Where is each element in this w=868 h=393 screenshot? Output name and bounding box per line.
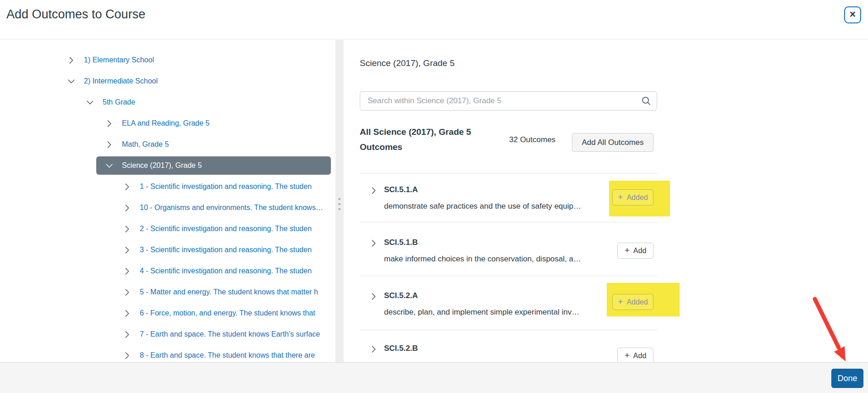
tree-item-label[interactable]: 2) Intermediate School [84, 77, 158, 85]
added-button-label: Added [626, 298, 648, 306]
chevron-right-icon[interactable] [104, 118, 115, 129]
row-separator [360, 222, 658, 222]
tree-item-standard-10[interactable]: 10 - Organisms and environments. The stu… [0, 197, 335, 218]
tree-item-label[interactable]: Math, Grade 5 [122, 140, 169, 149]
outcome-count: 32 Outcomes [509, 135, 555, 144]
plus-icon: + [625, 351, 630, 360]
tree-item-label[interactable]: 5 - Matter and energy. The student knows… [140, 288, 318, 296]
added-button[interactable]: + Added [612, 189, 654, 205]
add-button[interactable]: + Add [617, 243, 654, 259]
tree-item-ela-reading[interactable]: ELA and Reading, Grade 5 [0, 113, 335, 134]
chevron-down-icon[interactable] [84, 97, 95, 108]
tree-item-label[interactable]: 1 - Scientific investigation and reasoni… [140, 183, 312, 191]
chevron-right-icon[interactable] [121, 244, 132, 255]
chevron-right-icon[interactable] [368, 185, 379, 196]
tree-item-elementary-school[interactable]: 1) Elementary School [0, 50, 335, 71]
tree-item-label[interactable]: 3 - Scientific investigation and reasoni… [140, 246, 312, 254]
plus-icon: + [625, 246, 630, 255]
chevron-right-icon[interactable] [104, 139, 115, 150]
outcome-description: describe, plan, and implement simple exp… [384, 308, 579, 317]
chevron-right-icon[interactable] [121, 181, 132, 192]
tree-item-standard-3[interactable]: 3 - Scientific investigation and reasoni… [0, 239, 335, 260]
add-outcomes-modal: Add Outcomes to Course × 1) Elementary S… [0, 0, 868, 393]
search-input[interactable] [360, 91, 657, 111]
chevron-right-icon[interactable] [121, 202, 132, 213]
add-button-label: Add [633, 247, 646, 255]
row-separator [360, 173, 658, 173]
tree-item-standard-7[interactable]: 7 - Earth and space. The student knows E… [0, 324, 335, 345]
outcome-code: SCI.5.2.A [384, 291, 418, 300]
outcome-code: SCI.5.1.A [384, 185, 418, 194]
group-title: Science (2017), Grade 5 [360, 58, 455, 68]
tree-item-standard-6[interactable]: 6 - Force, motion, and energy. The stude… [0, 303, 335, 324]
outcome-code: SCI.5.1.B [384, 238, 418, 247]
tree-item-label[interactable]: 6 - Force, motion, and energy. The stude… [140, 309, 315, 317]
tree-item-standard-2[interactable]: 2 - Scientific investigation and reasoni… [0, 218, 335, 239]
close-button[interactable]: × [844, 6, 861, 23]
plus-icon: + [618, 193, 623, 201]
tree-item-label[interactable]: 8 - Earth and space. The student knows t… [140, 351, 315, 360]
tree-item-standard-8[interactable]: 8 - Earth and space. The student knows t… [0, 345, 335, 362]
chevron-right-icon[interactable] [121, 350, 132, 361]
search-icon [641, 96, 651, 108]
tree-item-standard-1[interactable]: 1 - Scientific investigation and reasoni… [0, 176, 335, 197]
chevron-right-icon[interactable] [121, 287, 132, 298]
tree-item-label[interactable]: 5th Grade [103, 98, 135, 106]
outcome-group-tree: 1) Elementary School 2) Intermediate Sch… [0, 40, 335, 362]
tree-item-label[interactable]: Science (2017), Grade 5 [122, 161, 202, 170]
chevron-down-icon[interactable] [104, 160, 115, 171]
plus-icon: + [618, 297, 623, 306]
panel-divider [335, 40, 344, 362]
tree-item-label[interactable]: 4 - Scientific investigation and reasoni… [140, 267, 312, 275]
chevron-down-icon[interactable] [66, 76, 77, 87]
tree-item-label[interactable]: 7 - Earth and space. The student knows E… [140, 330, 320, 338]
chevron-right-icon[interactable] [368, 291, 379, 302]
outcome-code: SCI.5.2.B [384, 344, 418, 353]
tree-item-intermediate-school[interactable]: 2) Intermediate School [0, 71, 335, 92]
chevron-right-icon[interactable] [121, 223, 132, 234]
row-separator [360, 330, 658, 330]
tree-item-standard-5[interactable]: 5 - Matter and energy. The student knows… [0, 282, 335, 303]
add-button-label: Add [633, 352, 646, 360]
added-button[interactable]: + Added [612, 294, 654, 310]
tree-item-label[interactable]: 2 - Scientific investigation and reasoni… [140, 225, 312, 233]
outcomes-panel: Science (2017), Grade 5 All Science (201… [344, 40, 868, 362]
add-all-outcomes-button[interactable]: Add All Outcomes [572, 133, 654, 152]
modal-footer: Done [0, 362, 868, 393]
outcome-description: make informed choices in the conservatio… [384, 255, 581, 264]
divider-drag-handle-icon[interactable] [338, 198, 341, 213]
added-button-label: Added [626, 194, 648, 202]
tree-item-label[interactable]: ELA and Reading, Grade 5 [122, 119, 209, 127]
outcome-description: demonstrate safe practices and the use o… [384, 202, 581, 211]
tree-item-label[interactable]: 10 - Organisms and environments. The stu… [140, 204, 323, 212]
search-field-wrap [360, 91, 657, 111]
page-title: Add Outcomes to Course [6, 7, 145, 22]
chevron-right-icon[interactable] [368, 238, 379, 249]
chevron-right-icon[interactable] [66, 55, 77, 66]
row-separator [360, 276, 658, 276]
modal-header: Add Outcomes to Course × [0, 0, 868, 39]
chevron-right-icon[interactable] [368, 343, 379, 354]
done-button[interactable]: Done [831, 369, 863, 388]
tree-item-math[interactable]: Math, Grade 5 [0, 134, 335, 155]
tree-item-standard-4[interactable]: 4 - Scientific investigation and reasoni… [0, 260, 335, 282]
chevron-right-icon[interactable] [121, 266, 132, 277]
add-button[interactable]: + Add [617, 348, 654, 362]
close-icon: × [850, 9, 856, 20]
tree-item-science-selected[interactable]: Science (2017), Grade 5 [0, 155, 335, 176]
tree-item-5th-grade[interactable]: 5th Grade [0, 92, 335, 113]
chevron-right-icon[interactable] [121, 329, 132, 340]
chevron-right-icon[interactable] [121, 308, 132, 319]
tree-item-label[interactable]: 1) Elementary School [84, 56, 154, 64]
all-outcomes-heading: All Science (2017), Grade 5 Outcomes [360, 124, 479, 155]
